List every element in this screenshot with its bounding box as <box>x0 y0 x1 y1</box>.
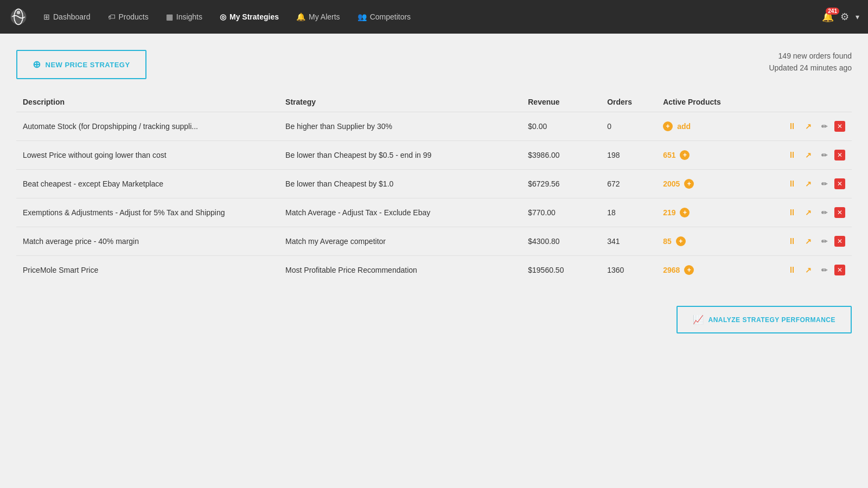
pencil-icon: ✏ <box>821 237 828 246</box>
row-revenue: $3986.00 <box>521 141 601 170</box>
delete-button[interactable]: ✕ <box>834 265 845 275</box>
nav-my-alerts[interactable]: 🔔 My Alerts <box>289 8 348 25</box>
trend-button[interactable]: ↗ <box>802 120 815 133</box>
row-actions: ⏸↗✏✕ <box>779 256 852 285</box>
pencil-icon: ✏ <box>821 122 828 131</box>
row-strategy: Be lower than Cheapest by $0.5 - end in … <box>279 141 521 170</box>
orders-found-text: 149 new orders found <box>769 50 852 62</box>
row-orders: 198 <box>601 141 656 170</box>
table-row: Match average price - 40% marginMatch my… <box>16 227 852 256</box>
pencil-icon: ✏ <box>821 151 828 159</box>
row-description: PriceMole Smart Price <box>16 256 279 285</box>
close-icon: ✕ <box>837 237 843 245</box>
settings-button[interactable]: ⚙ <box>840 11 849 23</box>
row-strategy: Match Average - Adjust Tax - Exclude Eba… <box>279 198 521 227</box>
add-products-button[interactable]: + <box>663 121 673 131</box>
close-icon: ✕ <box>837 123 843 130</box>
nav-my-strategies[interactable]: ◎ My Strategies <box>212 8 286 25</box>
row-actions: ⏸↗✏✕ <box>779 141 852 170</box>
trend-button[interactable]: ↗ <box>802 264 815 277</box>
trend-chart-icon: 📈 <box>693 314 704 325</box>
analyze-row: 📈 ANALYZE STRATEGY PERFORMANCE <box>16 306 852 333</box>
pause-icon: ⏸ <box>788 121 796 131</box>
products-icon: 🏷 <box>108 12 116 21</box>
delete-button[interactable]: ✕ <box>834 207 845 218</box>
main-content: ⊕ NEW PRICE STRATEGY 149 new orders foun… <box>0 34 868 350</box>
row-actions: ⏸↗✏✕ <box>779 170 852 198</box>
delete-button[interactable]: ✕ <box>834 236 845 247</box>
orders-info: 149 new orders found Updated 24 minutes … <box>769 50 852 74</box>
row-description: Beat cheapest - except Ebay Marketplace <box>16 170 279 198</box>
new-price-strategy-button[interactable]: ⊕ NEW PRICE STRATEGY <box>16 50 146 79</box>
pause-button[interactable]: ⏸ <box>786 149 799 162</box>
pause-icon: ⏸ <box>788 150 796 160</box>
pause-button[interactable]: ⏸ <box>786 264 799 277</box>
user-menu-chevron[interactable]: ▾ <box>856 12 859 21</box>
add-more-products-button[interactable]: + <box>684 265 694 275</box>
pause-button[interactable]: ⏸ <box>786 235 799 248</box>
delete-button[interactable]: ✕ <box>834 178 845 189</box>
nav-insights[interactable]: ▦ Insights <box>158 8 210 25</box>
delete-button[interactable]: ✕ <box>834 150 845 160</box>
notification-button[interactable]: 🔔 241 <box>822 11 834 23</box>
pencil-icon: ✏ <box>821 208 828 217</box>
pause-icon: ⏸ <box>788 179 796 189</box>
add-more-products-button[interactable]: + <box>676 236 686 246</box>
col-header-strategy: Strategy <box>279 92 521 112</box>
pause-button[interactable]: ⏸ <box>786 177 799 190</box>
active-count-value: 2005 <box>663 179 680 188</box>
row-strategy: Match my Average competitor <box>279 227 521 256</box>
edit-button[interactable]: ✏ <box>818 177 831 190</box>
edit-button[interactable]: ✏ <box>818 120 831 133</box>
nav-dashboard[interactable]: ⊞ Dashboard <box>36 8 98 25</box>
add-label[interactable]: add <box>677 122 691 131</box>
delete-button[interactable]: ✕ <box>834 121 845 132</box>
table-header: Description Strategy Revenue Orders Acti… <box>16 92 852 112</box>
table-body: Automate Stock (for Dropshipping / track… <box>16 112 852 285</box>
add-more-products-button[interactable]: + <box>680 208 690 217</box>
pause-button[interactable]: ⏸ <box>786 120 799 133</box>
row-orders: 1360 <box>601 256 656 285</box>
svg-point-2 <box>17 11 20 14</box>
alerts-icon: 🔔 <box>296 12 305 21</box>
trend-button[interactable]: ↗ <box>802 149 815 162</box>
row-revenue: $6729.56 <box>521 170 601 198</box>
strategies-table: Description Strategy Revenue Orders Acti… <box>16 92 852 284</box>
active-count-value: 85 <box>663 237 672 246</box>
add-more-products-button[interactable]: + <box>684 179 694 189</box>
table-row: Automate Stock (for Dropshipping / track… <box>16 112 852 141</box>
main-nav: ⊞ Dashboard 🏷 Products ▦ Insights ◎ My S… <box>0 0 868 34</box>
trend-button[interactable]: ↗ <box>802 177 815 190</box>
edit-button[interactable]: ✏ <box>818 206 831 219</box>
nav-products[interactable]: 🏷 Products <box>100 8 156 25</box>
row-orders: 341 <box>601 227 656 256</box>
trend-icon: ↗ <box>805 179 812 188</box>
row-description: Exemptions & Adjustments - Adjust for 5%… <box>16 198 279 227</box>
col-header-revenue: Revenue <box>521 92 601 112</box>
trend-button[interactable]: ↗ <box>802 206 815 219</box>
row-active-products: 651+ <box>656 141 779 170</box>
row-active-products: 2968+ <box>656 256 779 285</box>
edit-button[interactable]: ✏ <box>818 235 831 248</box>
edit-button[interactable]: ✏ <box>818 149 831 162</box>
notification-badge: 241 <box>826 8 839 15</box>
analyze-strategy-performance-button[interactable]: 📈 ANALYZE STRATEGY PERFORMANCE <box>676 306 852 333</box>
edit-button[interactable]: ✏ <box>818 264 831 277</box>
row-active-products: +add <box>656 112 779 141</box>
col-header-active-products: Active Products <box>656 92 779 112</box>
row-orders: 0 <box>601 112 656 141</box>
dashboard-icon: ⊞ <box>43 12 50 21</box>
active-count-value: 2968 <box>663 266 680 274</box>
strategies-icon: ◎ <box>220 12 226 21</box>
plus-circle-icon: ⊕ <box>33 59 41 70</box>
pause-icon: ⏸ <box>788 265 796 275</box>
row-orders: 672 <box>601 170 656 198</box>
add-more-products-button[interactable]: + <box>680 150 690 160</box>
trend-icon: ↗ <box>805 151 812 159</box>
nav-competitors[interactable]: 👥 Competitors <box>350 8 418 25</box>
row-strategy: Most Profitable Price Recommendation <box>279 256 521 285</box>
row-description: Match average price - 40% margin <box>16 227 279 256</box>
row-active-products: 2005+ <box>656 170 779 198</box>
trend-button[interactable]: ↗ <box>802 235 815 248</box>
pause-button[interactable]: ⏸ <box>786 206 799 219</box>
